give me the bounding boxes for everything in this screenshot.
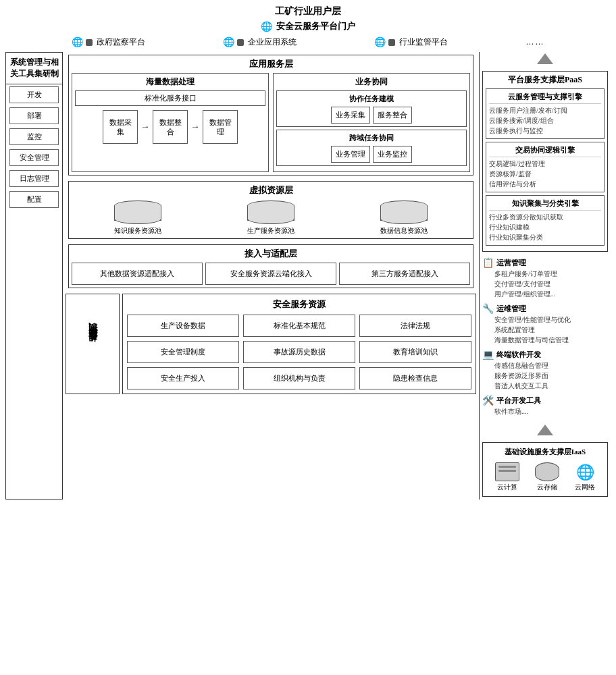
cross-task-box: 跨域任务协同 业务管理 业务监控	[276, 130, 467, 166]
industry-layer-title: 工矿行业用户层	[5, 5, 611, 18]
iaas-arrow-up	[480, 423, 611, 439]
industry-label: 行业监管平台	[399, 36, 448, 48]
iaas-compute: 云计算	[495, 462, 519, 492]
paas-engine-item-0-1: 云服务搜索/调度/组合	[489, 115, 601, 126]
left-bottom-text: 相关标准及验证测试	[86, 338, 99, 350]
enterprise-label: 企业应用系统	[248, 36, 297, 48]
server-icon	[495, 462, 519, 481]
pool-knowledge: 知识服务资源池	[114, 200, 161, 236]
pool-knowledge-label: 知识服务资源池	[114, 226, 161, 236]
ops-detail-2-1: 服务资源泛形界面	[494, 371, 608, 381]
industry-platform: 🌐 行业监管平台	[374, 36, 448, 48]
main-container: 工矿行业用户层 🌐 安全云服务平台门户 🌐 政府监察平台 🌐 企业应用系统 🌐 …	[0, 0, 616, 505]
btn-develop[interactable]: 开发	[9, 86, 59, 103]
paas-engine-item-0-0: 云服务用户注册/发布/订阅	[489, 105, 601, 115]
ops-detail-2-0: 传感信息融合管理	[494, 360, 608, 371]
ops-item-2: 💻 终端软件开发 传感信息融合管理 服务资源泛形界面 普适人机交互工具	[482, 349, 608, 391]
access-safety: 安全服务资源云端化接入	[205, 263, 336, 285]
safety-item-8: 隐患检查信息	[359, 367, 471, 389]
pool-data-label: 数据信息资源池	[380, 226, 428, 236]
safety-service-box: 安全服务资源 生产设备数据 标准化基本规范 法律法规 安全管理制度 事故源历史数…	[122, 294, 476, 394]
access-inner: 其他数据资源适配接入 安全服务资源云端化接入 第三方服务适配接入	[72, 263, 470, 285]
paas-title: 平台服务支撑层PaaS	[486, 74, 605, 86]
disk-icon	[535, 462, 559, 481]
paas-engine-item-1-1: 资源核算/监督	[489, 169, 601, 179]
btn-deploy[interactable]: 部署	[9, 107, 59, 124]
access-third: 第三方服务适配接入	[339, 263, 470, 285]
govt-globe-icon: 🌐	[72, 36, 83, 48]
ops-detail-0-0: 多租户服务/订单管理	[494, 269, 608, 279]
industry-icon	[388, 39, 395, 46]
ops-detail-3-0: 软件市场....	[494, 406, 608, 416]
ops-detail-0-1: 交付管理/支付管理	[494, 279, 608, 289]
cylinder-data	[380, 200, 428, 221]
iaas-storage-label: 云存储	[535, 483, 559, 492]
task-build-inner: 业务采集 服务整合	[280, 107, 463, 124]
content-wrapper: 系统管理与相关工具集研制 开发 部署 监控 安全管理 日志管理 配置 应用服务层…	[5, 52, 611, 500]
paas-arrow-up	[480, 52, 611, 68]
more-dots: ……	[525, 37, 544, 47]
btn-log[interactable]: 日志管理	[9, 170, 59, 187]
safety-grid: 生产设备数据 标准化基本规范 法律法规 安全管理制度 事故源历史数据 教育培训知…	[127, 315, 471, 389]
paas-engine-item-2-2: 行业知识聚集分类	[489, 232, 601, 242]
virtual-layer: 虚拟资源层 知识服务资源池 生产服务资源池 数据信息资源池	[68, 181, 473, 239]
btn-monitor[interactable]: 监控	[9, 128, 59, 145]
app-service-title: 应用服务层	[72, 58, 470, 70]
cross-task-title: 跨域任务协同	[280, 133, 463, 143]
task-build-box: 协作任务建模 业务采集 服务整合	[276, 90, 467, 127]
sidebar-title: 系统管理与相关工具集研制	[6, 53, 62, 84]
ops-item-1: 🔧 运维管理 安全管理/性能管理与优化 系统配置管理 海量数据管理与司信管理	[482, 303, 608, 345]
paas-section: 平台服务支撑层PaaS 云服务管理与支撑引擎 云服务用户注册/发布/订阅 云服务…	[482, 71, 608, 252]
cylinder-production	[247, 200, 294, 221]
paas-engine-0: 云服务管理与支撑引擎 云服务用户注册/发布/订阅 云服务搜索/调度/组合 云服务…	[486, 88, 605, 139]
cylinder-knowledge	[114, 200, 161, 221]
pool-production: 生产服务资源池	[247, 200, 294, 236]
paas-engine-title-2: 知识聚集与分类引擎	[489, 198, 601, 211]
iaas-compute-label: 云计算	[495, 483, 519, 492]
data-integrate-box: 数据整合	[153, 110, 188, 144]
ops-title-1: 🔧 运维管理	[482, 303, 608, 315]
paas-engine-1: 交易协同逻辑引擎 交易逻辑/过程管理 资源核算/监督 信用评估与分析	[486, 142, 605, 192]
safety-item-7: 组织机构与负责	[243, 367, 355, 389]
up-arrow-iaas-icon	[537, 425, 553, 435]
arrow1: →	[140, 122, 150, 132]
safety-item-2: 法律法规	[359, 315, 471, 337]
iaas-network-label: 云网络	[575, 483, 595, 492]
govt-icon	[86, 39, 93, 46]
safety-item-4: 事故源历史数据	[243, 341, 355, 363]
iaas-title: 基础设施服务支撑层IaaS	[487, 447, 603, 457]
ops-detail-2-2: 普适人机交互工具	[494, 381, 608, 391]
ops-icon-2: 💻	[482, 349, 494, 360]
data-collect-box: 数据采集	[103, 110, 138, 144]
iaas-section: 基础设施服务支撑层IaaS 云计算 云存储 🌐 云网络	[482, 442, 608, 497]
paas-engine-item-0-2: 云服务执行与监控	[489, 126, 601, 136]
safety-item-3: 安全管理制度	[127, 341, 239, 363]
ops-detail-1-1: 系统配置管理	[494, 325, 608, 335]
network-icon: 🌐	[575, 464, 595, 481]
left-sidebar: 系统管理与相关工具集研制 开发 部署 监控 安全管理 日志管理 配置	[5, 52, 63, 500]
btn-config[interactable]: 配置	[9, 191, 59, 208]
portal-label: 安全云服务平台门户	[276, 20, 355, 32]
app-service-layer: 应用服务层 海量数据处理 标准化服务接口 数据采集 → 数据整合 → 数据管理	[68, 55, 473, 176]
safety-item-1: 标准化基本规范	[243, 315, 355, 337]
ops-detail-1-2: 海量数据管理与司信管理	[494, 335, 608, 345]
paas-engine-item-2-0: 行业多资源分散知识获取	[489, 212, 601, 222]
btn-security[interactable]: 安全管理	[9, 149, 59, 166]
std-interface: 标准化服务接口	[75, 90, 265, 106]
bottom-area: 相关标准及验证测试 安全服务资源 生产设备数据 标准化基本规范 法律法规 安全管…	[66, 294, 476, 394]
arrow2: →	[190, 122, 200, 132]
service-integrate-box: 服务整合	[373, 107, 412, 124]
ops-section: 📋 运营管理 多租户服务/订单管理 交付管理/支付管理 用户管理/组织管理...…	[482, 257, 608, 421]
ops-title-0: 📋 运营管理	[482, 257, 608, 269]
biz-collect-box: 业务采集	[331, 107, 370, 124]
industry-globe-icon: 🌐	[374, 36, 386, 48]
access-layer-title: 接入与适配层	[72, 248, 470, 260]
safety-item-6: 安全生产投入	[127, 367, 239, 389]
paas-engine-title-1: 交易协同逻辑引擎	[489, 145, 601, 157]
biz-collab-section: 业务协同 协作任务建模 业务采集 服务整合 跨域任务协同	[273, 73, 470, 172]
ops-item-0: 📋 运营管理 多租户服务/订单管理 交付管理/支付管理 用户管理/组织管理...	[482, 257, 608, 299]
pool-production-label: 生产服务资源池	[247, 226, 294, 236]
platform-row: 🌐 政府监察平台 🌐 企业应用系统 🌐 行业监管平台 ……	[5, 36, 611, 48]
ops-label-0: 运营管理	[496, 258, 526, 268]
access-layer: 接入与适配层 其他数据资源适配接入 安全服务资源云端化接入 第三方服务适配接入	[68, 244, 473, 288]
